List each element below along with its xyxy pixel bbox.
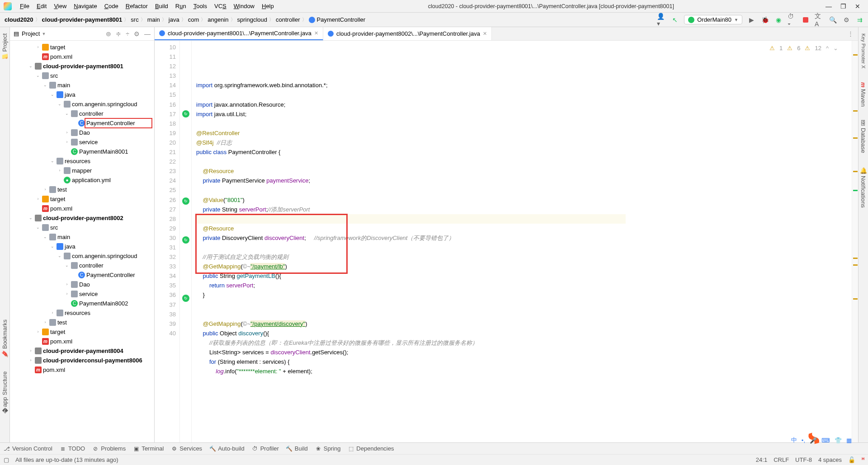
run-gutter-icon[interactable]: ↻ bbox=[182, 236, 189, 244]
tree-node[interactable]: ⌄cloud-provider-payment8002 bbox=[10, 213, 154, 223]
tree-node[interactable]: ⌄controller bbox=[10, 109, 154, 118]
inspection-widget[interactable]: ⚠1 ⚠6 ⚠12 ^ ⌄ bbox=[769, 43, 838, 53]
tree-twisty-icon[interactable]: › bbox=[35, 328, 41, 336]
run-gutter-icon[interactable]: ↻ bbox=[182, 197, 189, 205]
breadcrumb-item[interactable]: controller bbox=[275, 15, 301, 24]
bottom-tab-problems[interactable]: ⊘Problems bbox=[92, 445, 126, 452]
tree-twisty-icon[interactable]: › bbox=[64, 138, 70, 146]
run-button[interactable]: ▶ bbox=[747, 15, 756, 24]
menu-file[interactable]: File bbox=[17, 2, 32, 10]
maximize-button[interactable]: ❐ bbox=[840, 3, 846, 9]
tree-node[interactable]: CPaymentMain8002 bbox=[10, 299, 154, 308]
breadcrumb-item[interactable]: src bbox=[130, 15, 139, 24]
tree-node[interactable]: ⌄controller bbox=[10, 261, 154, 270]
tree-node[interactable]: ›test bbox=[10, 318, 154, 327]
tree-twisty-icon[interactable]: ⌄ bbox=[57, 100, 62, 108]
ime-toolbar[interactable]: 中 •, 🎤 ⌨ 👕 ▦ bbox=[791, 436, 852, 444]
tree-twisty-icon[interactable]: ⌄ bbox=[50, 157, 55, 165]
cursor-position[interactable]: 24:1 bbox=[756, 456, 767, 463]
breadcrumb-item[interactable]: PaymentController bbox=[308, 15, 367, 24]
bottom-tab-spring[interactable]: ❀Spring bbox=[315, 445, 341, 452]
tree-twisty-icon[interactable]: ⌄ bbox=[50, 242, 55, 251]
ime-skin-icon[interactable]: 👕 bbox=[835, 437, 842, 444]
editor-tab[interactable]: cloud-provider-payment8001\...\PaymentCo… bbox=[155, 27, 323, 40]
tree-node[interactable]: ⌄src bbox=[10, 223, 154, 232]
tree-node[interactable]: mpom.xml bbox=[10, 204, 154, 213]
search-icon[interactable]: 🔍 bbox=[828, 15, 837, 24]
ime-keyboard-icon[interactable]: ⌨ bbox=[821, 437, 830, 444]
side-tab-keypromoter[interactable]: Key Promoter X bbox=[860, 31, 867, 71]
bottom-tab-version-control[interactable]: ⎇Version Control bbox=[4, 445, 52, 452]
coverage-button[interactable]: ◉ bbox=[774, 15, 783, 24]
project-view-selector[interactable]: Project ▼ bbox=[22, 30, 103, 37]
editor-tab[interactable]: cloud-provider-payment8002\...\PaymentCo… bbox=[323, 27, 492, 40]
tree-node[interactable]: ›target bbox=[10, 194, 154, 204]
tree-node[interactable]: CPaymentController bbox=[10, 270, 154, 280]
hide-panel-icon[interactable]: — bbox=[144, 30, 151, 38]
error-stripe[interactable] bbox=[852, 41, 858, 442]
side-tab-database[interactable]: 🗄Database bbox=[859, 117, 868, 156]
menu-code[interactable]: Code bbox=[102, 2, 121, 10]
tree-twisty-icon[interactable]: ⌄ bbox=[64, 261, 70, 270]
side-tab-structure[interactable]: �appStructure bbox=[0, 369, 9, 416]
breadcrumb-item[interactable]: com bbox=[187, 15, 200, 24]
line-number-gutter[interactable]: 1011121314151617181920212223242526272829… bbox=[155, 41, 180, 442]
select-opened-icon[interactable]: ⊚ bbox=[106, 30, 111, 38]
indent-info[interactable]: 4 spaces bbox=[818, 456, 842, 463]
tree-node[interactable]: ›test bbox=[10, 185, 154, 194]
ime-toolbox-icon[interactable]: ▦ bbox=[846, 437, 852, 444]
side-tab-maven[interactable]: mMaven bbox=[859, 80, 868, 110]
tree-twisty-icon[interactable]: › bbox=[42, 185, 48, 194]
tree-twisty-icon[interactable]: › bbox=[50, 309, 55, 317]
bottom-tab-auto-build[interactable]: 🔨Auto-build bbox=[209, 445, 245, 452]
tree-node[interactable]: ›resources bbox=[10, 308, 154, 318]
close-tab-icon[interactable]: ✕ bbox=[314, 30, 318, 36]
bottom-tab-profiler[interactable]: ⏱Profiler bbox=[252, 445, 279, 452]
breadcrumb-item[interactable]: cloud2020 bbox=[4, 15, 34, 24]
debug-button[interactable]: 🐞 bbox=[760, 15, 769, 24]
tree-node[interactable]: ⌄com.angenin.springcloud bbox=[10, 251, 154, 261]
run-gutter-icon[interactable]: ↻ bbox=[182, 110, 189, 117]
tree-twisty-icon[interactable]: › bbox=[57, 166, 62, 175]
profile-button[interactable]: ⏱▾ bbox=[788, 15, 797, 24]
tree-node[interactable]: mpom.xml bbox=[10, 52, 154, 61]
tree-twisty-icon[interactable]: ⌄ bbox=[42, 233, 48, 241]
tree-twisty-icon[interactable]: ⌄ bbox=[50, 90, 55, 99]
breadcrumb-item[interactable]: cloud-provider-payment8001 bbox=[41, 15, 123, 24]
code-editor[interactable]: ⚠1 ⚠6 ⚠12 ^ ⌄ import org.springframework… bbox=[192, 41, 852, 442]
tree-node[interactable]: ●application.yml bbox=[10, 175, 154, 185]
tree-node[interactable]: ⌄resources bbox=[10, 156, 154, 166]
tree-twisty-icon[interactable]: › bbox=[35, 195, 41, 203]
bottom-tab-services[interactable]: ⚙Services bbox=[171, 445, 202, 452]
tree-twisty-icon[interactable]: › bbox=[28, 347, 33, 355]
tree-node[interactable]: ⌄com.angenin.springcloud bbox=[10, 99, 154, 109]
tree-node[interactable]: mpom.xml bbox=[10, 337, 154, 346]
tree-node[interactable]: mpom.xml bbox=[10, 365, 154, 375]
close-button[interactable]: ✕ bbox=[854, 3, 861, 9]
settings-icon[interactable]: ⚙ bbox=[842, 15, 851, 24]
chevron-down-icon[interactable]: ⌄ bbox=[833, 43, 838, 53]
tabs-more-icon[interactable]: ⋮ bbox=[843, 27, 858, 40]
stop-button[interactable] bbox=[801, 15, 810, 24]
tree-node[interactable]: ⌄src bbox=[10, 71, 154, 80]
menu-build[interactable]: Build bbox=[152, 2, 171, 10]
tree-node[interactable]: ⌄cloud-provider-payment8001 bbox=[10, 61, 154, 71]
project-tree[interactable]: ›targetmpom.xml⌄cloud-provider-payment80… bbox=[10, 41, 154, 442]
tree-node[interactable]: ⌄main bbox=[10, 232, 154, 242]
menu-vcs[interactable]: VCS bbox=[212, 2, 229, 10]
tree-node[interactable]: ›mapper bbox=[10, 166, 154, 175]
menu-tools[interactable]: Tools bbox=[191, 2, 210, 10]
code-with-me-icon[interactable]: ⇉ bbox=[855, 15, 864, 24]
file-encoding[interactable]: UTF-8 bbox=[795, 456, 812, 463]
tree-node[interactable]: ⌄java bbox=[10, 242, 154, 251]
chevron-up-icon[interactable]: ^ bbox=[826, 43, 829, 53]
side-tab-bookmarks[interactable]: 🔖Bookmarks bbox=[0, 317, 9, 361]
tree-twisty-icon[interactable]: › bbox=[64, 280, 70, 289]
breadcrumb-item[interactable]: angenin bbox=[207, 15, 229, 24]
ime-lang-icon[interactable]: 中 bbox=[791, 436, 797, 444]
side-tab-project[interactable]: 📁Project bbox=[0, 31, 9, 63]
tree-node[interactable]: ›target bbox=[10, 327, 154, 337]
close-tab-icon[interactable]: ✕ bbox=[483, 31, 487, 37]
breadcrumb-item[interactable]: main bbox=[146, 15, 161, 24]
tree-twisty-icon[interactable]: › bbox=[35, 43, 41, 52]
